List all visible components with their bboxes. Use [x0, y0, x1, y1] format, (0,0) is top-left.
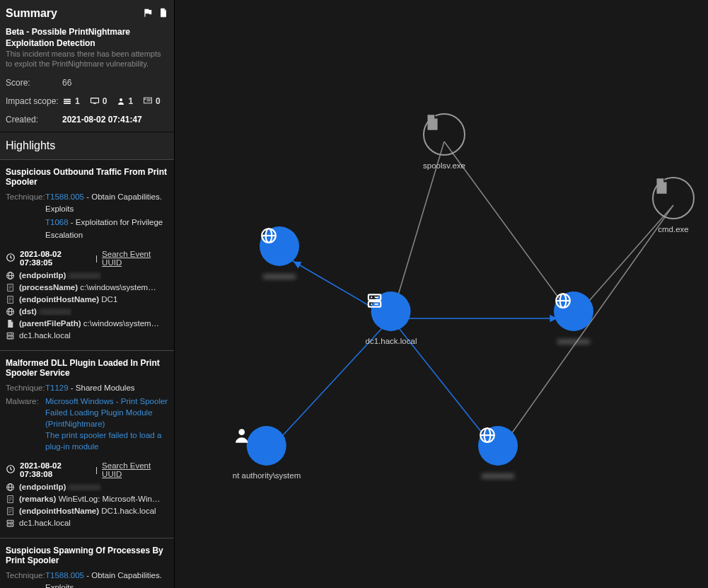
svg-rect-9 — [146, 100, 151, 101]
search-uuid-link[interactable]: Search Event UUID — [102, 461, 168, 478]
score-value: 66 — [62, 78, 71, 88]
svg-point-7 — [144, 99, 146, 100]
globe-icon — [6, 307, 15, 316]
svg-rect-1 — [64, 101, 71, 103]
highlight-item[interactable]: Suspicious Spawning Of Processes By Prin… — [0, 538, 174, 589]
node-label: spoolsv.exe — [423, 161, 465, 170]
created-value: 2021-08-02 07:41:47 — [62, 115, 142, 125]
highlight-name: Suspicious Spawning Of Processes By Prin… — [6, 546, 168, 565]
svg-rect-2 — [64, 103, 71, 105]
graph-node-spoolsv[interactable]: spoolsv.exe — [423, 113, 465, 170]
server-icon — [6, 331, 15, 340]
highlight-name: Malformed DLL Plugin Loaded In Print Spo… — [6, 358, 168, 378]
clock-icon — [6, 253, 16, 264]
svg-point-87 — [238, 429, 245, 435]
globe-icon — [6, 483, 15, 492]
impact-label: Impact scope: — [6, 96, 62, 106]
file-icon — [6, 319, 15, 328]
globe-icon — [478, 426, 518, 466]
email-icon — [143, 97, 153, 105]
clock-icon — [6, 464, 16, 475]
server-icon — [6, 519, 15, 528]
graph-node-user[interactable]: nt authority\system — [233, 426, 301, 480]
highlight-item[interactable]: Suspicious Outbound Traffic From Print S… — [0, 159, 174, 350]
detail-row: (parentFilePath) c:\windows\system32\spo… — [6, 319, 168, 328]
node-label: xxxxxxxx — [482, 471, 514, 480]
incident-desc: This incident means there has been attem… — [6, 49, 168, 69]
graph-node-dc1[interactable]: dc1.hack.local — [366, 292, 417, 345]
endpoint-icon — [62, 97, 72, 105]
graph-canvas[interactable]: spoolsv.exe cmd.exe xxxxxxxx dc1.hack.lo… — [175, 0, 708, 588]
highlight-item[interactable]: Malformed DLL Plugin Loaded In Print Spo… — [0, 350, 174, 538]
desktop-icon — [90, 97, 100, 105]
doc-icon — [6, 495, 15, 504]
svg-rect-0 — [64, 99, 71, 100]
created-label: Created: — [6, 115, 62, 125]
file-icon — [423, 113, 465, 156]
event-time: 2021-08-02 07:38:05 | Search Event UUID — [6, 250, 168, 267]
svg-point-5 — [120, 98, 122, 101]
incident-title: Beta - Possible PrintNightmare Exploitat… — [6, 27, 168, 49]
new-doc-icon[interactable] — [158, 8, 168, 20]
detail-row: dc1.hack.local — [6, 519, 168, 528]
doc-icon — [6, 283, 15, 292]
svg-rect-8 — [146, 99, 151, 100]
svg-point-28 — [8, 337, 9, 338]
globe-icon — [554, 292, 593, 331]
detail-row: (remarks) WinEvtLog: Microsoft-Windows-P… — [6, 495, 168, 504]
detail-row: (dst) xxxxxxxx — [6, 307, 168, 316]
node-label: cmd.exe — [658, 225, 688, 234]
node-label: xxxxxxxx — [557, 337, 590, 345]
detail-row: (endpointIp) xxxxxxxx — [6, 271, 168, 280]
svg-point-27 — [8, 333, 9, 334]
svg-point-80 — [371, 296, 372, 298]
svg-point-81 — [371, 304, 372, 305]
highlights-header: Highlights — [0, 132, 174, 159]
user-icon — [247, 426, 286, 466]
detail-row: (endpointHostName) DC1.hack.local — [6, 507, 168, 516]
doc-icon — [6, 507, 15, 516]
doc-icon — [6, 295, 15, 304]
graph-node-cmd[interactable]: cmd.exe — [652, 177, 695, 234]
graph-node-globe1[interactable]: xxxxxxxx — [260, 226, 299, 280]
impact-scope: 1 0 1 0 — [62, 96, 161, 106]
score-label: Score: — [6, 78, 62, 88]
globe-icon — [260, 226, 299, 266]
event-time: 2021-08-02 07:38:08 | Search Event UUID — [6, 461, 168, 478]
detail-row: (processName) c:\windows\system32\rundll… — [6, 283, 168, 292]
svg-point-45 — [8, 521, 9, 521]
node-label: nt authority\system — [233, 471, 301, 480]
node-label: xxxxxxxx — [263, 272, 296, 280]
summary-header: Summary Beta - Possible PrintNightmare E… — [0, 0, 174, 132]
flag-icon[interactable] — [143, 8, 153, 20]
svg-rect-4 — [93, 103, 95, 104]
search-uuid-link[interactable]: Search Event UUID — [102, 250, 168, 267]
detail-row: (endpointHostName) DC1 — [6, 295, 168, 304]
summary-panel[interactable]: Summary Beta - Possible PrintNightmare E… — [0, 0, 175, 588]
globe-icon — [6, 271, 15, 280]
graph-node-globe3[interactable]: xxxxxxxx — [478, 426, 518, 480]
svg-rect-3 — [91, 98, 98, 103]
file-icon — [652, 177, 695, 219]
graph-node-globe2[interactable]: xxxxxxxx — [554, 292, 593, 345]
node-label: dc1.hack.local — [366, 337, 417, 345]
detail-row: (endpointIp) xxxxxxxx — [6, 483, 168, 492]
server-icon — [371, 292, 411, 331]
svg-point-46 — [8, 524, 9, 525]
user-icon — [117, 97, 125, 105]
highlight-name: Suspicious Outbound Traffic From Print S… — [6, 167, 168, 187]
summary-title: Summary — [6, 7, 57, 20]
detail-row: dc1.hack.local — [6, 331, 168, 340]
